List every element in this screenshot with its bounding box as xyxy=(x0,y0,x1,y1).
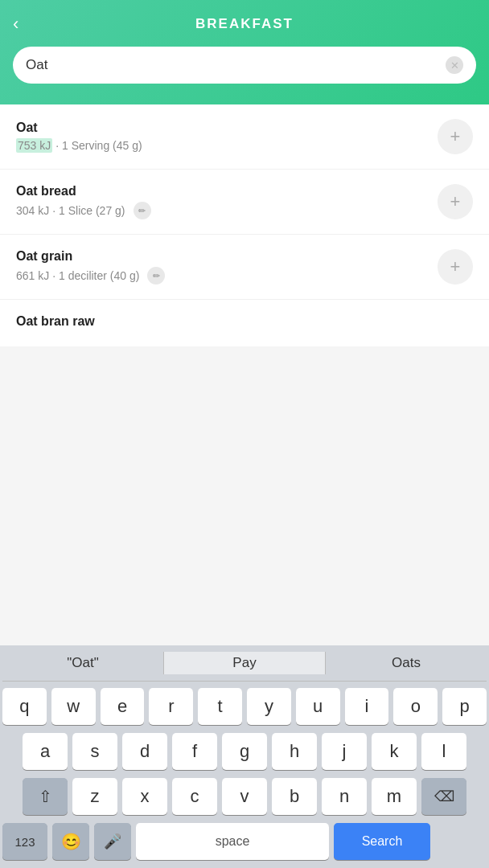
add-button[interactable]: + xyxy=(438,184,473,219)
key-w[interactable]: w xyxy=(51,688,96,725)
key-x[interactable]: x xyxy=(122,778,167,815)
keyboard: "Oat" Pay Oats q w e r t y u i o p a s d… xyxy=(0,645,489,868)
key-z[interactable]: z xyxy=(72,778,117,815)
serving-text: · 1 Serving (45 g) xyxy=(55,139,142,152)
key-a[interactable]: a xyxy=(23,733,68,770)
list-item: Oat bread 304 kJ · 1 Slice (27 g) ✏ + xyxy=(0,170,489,235)
key-t[interactable]: t xyxy=(198,688,242,725)
key-h[interactable]: h xyxy=(272,733,317,770)
kj-value: 753 kJ xyxy=(16,138,52,153)
space-key[interactable]: space xyxy=(136,823,329,860)
key-o[interactable]: o xyxy=(393,688,438,725)
key-y[interactable]: y xyxy=(247,688,291,725)
keyboard-row-1: q w e r t y u i o p xyxy=(2,688,487,725)
keyboard-row-3: ⇧ z x c v b n m ⌫ xyxy=(2,778,487,815)
kj-value: 304 kJ xyxy=(16,204,49,217)
key-p[interactable]: p xyxy=(442,688,487,725)
key-b[interactable]: b xyxy=(272,778,317,815)
clear-button[interactable]: ✕ xyxy=(446,56,463,74)
results-list: Oat 753 kJ · 1 Serving (45 g) + Oat brea… xyxy=(0,104,489,346)
key-v[interactable]: v xyxy=(222,778,267,815)
mic-key[interactable]: 🎤 xyxy=(94,823,131,860)
result-name: Oat xyxy=(16,121,438,135)
result-meta: 304 kJ · 1 Slice (27 g) ✏ xyxy=(16,202,438,219)
result-info: Oat grain 661 kJ · 1 deciliter (40 g) ✏ xyxy=(16,249,438,285)
key-c[interactable]: c xyxy=(172,778,217,815)
result-name: Oat bran raw xyxy=(16,314,473,329)
key-g[interactable]: g xyxy=(222,733,267,770)
emoji-key[interactable]: 😊 xyxy=(52,823,89,860)
numbers-key[interactable]: 123 xyxy=(2,823,47,860)
key-n[interactable]: n xyxy=(322,778,367,815)
list-item: Oat bran raw xyxy=(0,300,489,346)
shift-key[interactable]: ⇧ xyxy=(23,778,68,815)
result-info: Oat bread 304 kJ · 1 Slice (27 g) ✏ xyxy=(16,184,438,219)
key-m[interactable]: m xyxy=(372,778,417,815)
result-name: Oat bread xyxy=(16,184,438,199)
autocomplete-oats[interactable]: Oats xyxy=(326,652,487,674)
backspace-key[interactable]: ⌫ xyxy=(421,778,466,815)
key-l[interactable]: l xyxy=(421,733,466,770)
serving-text: · 1 Slice (27 g) xyxy=(52,204,125,217)
key-d[interactable]: d xyxy=(122,733,167,770)
key-k[interactable]: k xyxy=(372,733,417,770)
result-meta: 753 kJ · 1 Serving (45 g) xyxy=(16,138,438,153)
key-i[interactable]: i xyxy=(345,688,389,725)
key-q[interactable]: q xyxy=(2,688,47,725)
keyboard-row-2: a s d f g h j k l xyxy=(2,733,487,770)
search-input[interactable] xyxy=(26,57,446,73)
header: ‹ BREAKFAST ✕ xyxy=(0,0,489,104)
list-item: Oat grain 661 kJ · 1 deciliter (40 g) ✏ … xyxy=(0,235,489,300)
back-button[interactable]: ‹ xyxy=(13,14,18,35)
key-f[interactable]: f xyxy=(172,733,217,770)
result-name: Oat grain xyxy=(16,249,438,264)
search-button[interactable]: Search xyxy=(334,823,430,860)
kj-value: 661 kJ xyxy=(16,269,49,282)
key-u[interactable]: u xyxy=(296,688,340,725)
search-bar: ✕ xyxy=(13,47,476,84)
add-button[interactable]: + xyxy=(438,119,473,154)
key-e[interactable]: e xyxy=(101,688,145,725)
result-info: Oat 753 kJ · 1 Serving (45 g) xyxy=(16,121,438,153)
autocomplete-bar: "Oat" Pay Oats xyxy=(2,652,487,682)
list-item: Oat 753 kJ · 1 Serving (45 g) + xyxy=(0,104,489,170)
key-j[interactable]: j xyxy=(322,733,367,770)
edit-icon[interactable]: ✏ xyxy=(134,202,151,219)
keyboard-bottom-row: 123 😊 🎤 space Search xyxy=(2,823,487,860)
add-button[interactable]: + xyxy=(438,249,473,285)
serving-text: · 1 deciliter (40 g) xyxy=(52,269,139,282)
result-meta: 661 kJ · 1 deciliter (40 g) ✏ xyxy=(16,267,438,285)
edit-icon[interactable]: ✏ xyxy=(147,267,165,285)
autocomplete-oat-quoted[interactable]: "Oat" xyxy=(2,652,163,674)
autocomplete-pay[interactable]: Pay xyxy=(163,652,326,674)
header-top: ‹ BREAKFAST xyxy=(13,16,476,32)
key-s[interactable]: s xyxy=(72,733,117,770)
key-r[interactable]: r xyxy=(149,688,193,725)
page-title: BREAKFAST xyxy=(195,16,294,32)
